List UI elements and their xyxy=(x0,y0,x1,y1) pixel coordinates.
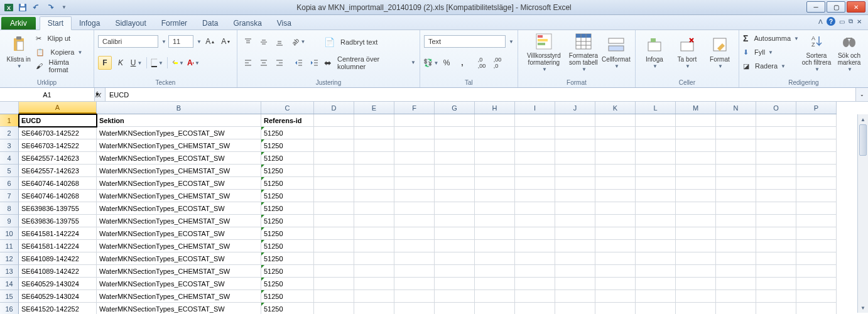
cell[interactable] xyxy=(475,265,515,278)
cell[interactable] xyxy=(515,252,555,265)
cell[interactable] xyxy=(354,139,394,152)
format-painter-button[interactable]: 🖌 Hämta format xyxy=(36,59,90,73)
cell[interactable] xyxy=(595,252,636,265)
grid-body[interactable]: EUCDSektionReferens-idSE646703-142522Wat… xyxy=(19,114,837,314)
cell[interactable] xyxy=(595,202,636,215)
cell[interactable] xyxy=(756,114,796,127)
column-header[interactable]: N xyxy=(716,102,756,114)
cell[interactable] xyxy=(716,240,756,252)
cell[interactable] xyxy=(354,252,394,265)
cell[interactable] xyxy=(394,252,435,265)
cell[interactable]: SE641089-142422 xyxy=(19,252,97,265)
column-header[interactable]: E xyxy=(354,102,394,114)
cell[interactable] xyxy=(555,215,595,227)
cell[interactable] xyxy=(676,227,716,240)
row-header[interactable]: 8 xyxy=(0,202,19,215)
cell[interactable] xyxy=(435,202,475,215)
cell[interactable]: WaterMKNSectionTypes_ECOSTAT_SW xyxy=(97,152,261,165)
cell[interactable] xyxy=(475,290,515,303)
cell[interactable] xyxy=(515,190,555,202)
cell[interactable] xyxy=(475,165,515,177)
cell[interactable]: WaterMKNSectionTypes_ECOSTAT_SW xyxy=(97,252,261,265)
cell[interactable] xyxy=(394,240,435,252)
cell[interactable] xyxy=(796,202,837,215)
cell[interactable] xyxy=(636,152,676,165)
cell[interactable] xyxy=(515,177,555,190)
cell[interactable] xyxy=(756,190,796,202)
cell[interactable] xyxy=(515,139,555,152)
cell[interactable] xyxy=(595,265,636,278)
cell[interactable] xyxy=(756,227,796,240)
tab-granska[interactable]: Granska xyxy=(225,17,269,30)
cell[interactable] xyxy=(555,152,595,165)
cell[interactable] xyxy=(676,290,716,303)
mdi-close-icon[interactable]: ✕ xyxy=(857,18,862,25)
cell[interactable] xyxy=(636,190,676,202)
row-header[interactable]: 15 xyxy=(0,290,19,303)
underline-button[interactable]: U▼ xyxy=(129,56,143,70)
cell[interactable] xyxy=(515,127,555,139)
cell[interactable] xyxy=(354,177,394,190)
cell[interactable] xyxy=(394,190,435,202)
cell[interactable] xyxy=(475,152,515,165)
tab-sidlayout[interactable]: Sidlayout xyxy=(107,17,153,30)
cell[interactable] xyxy=(796,290,837,303)
tab-data[interactable]: Data xyxy=(195,17,225,30)
cell[interactable] xyxy=(716,265,756,278)
row-header[interactable]: 2 xyxy=(0,127,19,139)
cell[interactable] xyxy=(595,114,636,127)
cell[interactable]: 51250 xyxy=(261,252,314,265)
tab-file[interactable]: Arkiv xyxy=(1,17,36,30)
cell[interactable] xyxy=(636,227,676,240)
cell[interactable] xyxy=(314,265,354,278)
cell[interactable] xyxy=(595,190,636,202)
cell[interactable] xyxy=(555,190,595,202)
row-header[interactable]: 12 xyxy=(0,252,19,265)
cell[interactable] xyxy=(354,165,394,177)
cell[interactable] xyxy=(555,177,595,190)
align-middle-button[interactable] xyxy=(257,35,271,49)
vertical-scrollbar[interactable]: ▲ ▼ xyxy=(857,114,868,313)
row-header[interactable]: 11 xyxy=(0,240,19,252)
column-header[interactable]: M xyxy=(676,102,716,114)
cell[interactable] xyxy=(314,139,354,152)
cell[interactable] xyxy=(475,127,515,139)
cell[interactable]: 51250 xyxy=(261,215,314,227)
cell[interactable] xyxy=(394,290,435,303)
cell[interactable] xyxy=(756,177,796,190)
cell[interactable] xyxy=(435,240,475,252)
cell[interactable] xyxy=(756,152,796,165)
column-header[interactable]: L xyxy=(636,102,676,114)
scroll-down-icon[interactable]: ▼ xyxy=(858,303,868,313)
cell[interactable]: WaterMKNSectionTypes_CHEMSTAT_SW xyxy=(97,265,261,278)
column-header[interactable]: F xyxy=(394,102,435,114)
cell[interactable] xyxy=(796,240,837,252)
column-header[interactable]: I xyxy=(515,102,555,114)
row-header[interactable]: 10 xyxy=(0,227,19,240)
cell[interactable] xyxy=(636,165,676,177)
cell[interactable] xyxy=(354,303,394,314)
formula-input[interactable] xyxy=(106,88,855,101)
orientation-button[interactable]: ab▼ xyxy=(292,35,306,49)
row-header[interactable]: 16 xyxy=(0,303,19,314)
conditional-formatting-button[interactable]: Villkorsstyrd formatering▼ xyxy=(522,31,566,73)
sort-filter-button[interactable]: AZSortera och filtrera▼ xyxy=(801,31,832,73)
cell[interactable]: 51250 xyxy=(261,202,314,215)
cell[interactable] xyxy=(555,165,595,177)
merge-center-button[interactable]: ⬌ Centrera över kolumner▼ xyxy=(324,56,416,70)
column-header[interactable]: B xyxy=(97,102,261,114)
cell[interactable] xyxy=(555,303,595,314)
cell[interactable] xyxy=(636,127,676,139)
cell[interactable] xyxy=(595,127,636,139)
row-header[interactable]: 6 xyxy=(0,177,19,190)
help-icon[interactable]: ? xyxy=(827,17,835,26)
wrap-text-button[interactable]: 📄 Radbryt text xyxy=(324,35,416,49)
redo-icon[interactable] xyxy=(44,1,57,14)
align-bottom-button[interactable] xyxy=(273,35,286,49)
mdi-restore-icon[interactable]: ⧉ xyxy=(849,18,853,25)
cell[interactable] xyxy=(555,114,595,127)
row-header[interactable]: 9 xyxy=(0,215,19,227)
cell[interactable] xyxy=(314,165,354,177)
cell[interactable] xyxy=(354,215,394,227)
column-header[interactable]: J xyxy=(555,102,595,114)
